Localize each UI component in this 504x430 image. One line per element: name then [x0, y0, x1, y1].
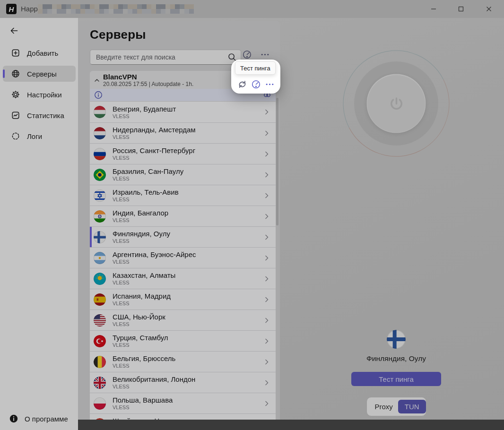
search-box[interactable] — [90, 50, 241, 65]
ping-gauge-icon — [242, 50, 252, 60]
server-flag-icon — [94, 231, 106, 243]
selected-indicator — [90, 352, 92, 372]
server-row[interactable]: Польша, Варшава VLESS — [90, 393, 276, 413]
server-flag-icon — [94, 293, 106, 306]
maximize-button[interactable] — [450, 0, 472, 18]
globe-icon — [11, 69, 20, 78]
sidebar-item-label: Серверы — [27, 70, 57, 78]
server-name: Аргентина, Буэнос-Айрес — [113, 250, 262, 258]
server-protocol: VLESS — [113, 363, 262, 369]
chevron-right-icon — [262, 358, 271, 366]
server-row[interactable]: Казахстан, Алматы VLESS — [90, 268, 276, 289]
server-row[interactable]: Швейцария, Цюрих VLESS — [90, 413, 276, 420]
selected-indicator — [90, 227, 92, 247]
more-options-popup-button[interactable] — [265, 79, 275, 89]
server-name: Казахстан, Алматы — [113, 271, 262, 279]
chevron-right-icon — [262, 129, 271, 138]
sidebar-item-settings[interactable]: Настройки — [3, 86, 76, 103]
chevron-right-icon — [262, 212, 271, 221]
server-flag-icon — [94, 314, 106, 327]
maximize-icon — [458, 6, 464, 12]
connect-area: Финляндия, Оулу Тест пинга Proxy TUN — [280, 18, 504, 420]
server-row[interactable]: Бразилия, Сан-Паулу VLESS — [90, 164, 276, 185]
server-list: Венгрия, Будапешт VLESS Нидерланды, Амст… — [90, 102, 276, 420]
mode-option-tun[interactable]: TUN — [398, 400, 426, 413]
back-arrow-icon — [9, 26, 19, 35]
minimize-icon — [431, 6, 436, 12]
search-input[interactable] — [95, 53, 227, 61]
ping-gauge-icon — [251, 79, 261, 89]
server-row[interactable]: Турция, Стамбул VLESS — [90, 330, 276, 351]
server-row[interactable]: Аргентина, Буэнос-Айрес VLESS — [90, 247, 276, 268]
sidebar-item-about[interactable]: О программе — [0, 410, 78, 427]
sidebar-item-add[interactable]: Добавить — [3, 45, 76, 61]
server-flag-icon — [94, 210, 106, 223]
power-rings — [288, 18, 504, 235]
server-name: Венгрия, Будапешт — [113, 105, 262, 113]
server-row[interactable]: Финляндия, Оулу VLESS — [90, 226, 276, 247]
sidebar: Добавить Серверы Настройки — [0, 18, 78, 430]
selected-indicator — [90, 289, 92, 310]
sidebar-item-logs[interactable]: Логи — [3, 128, 76, 144]
server-row[interactable]: США, Нью-Йорк VLESS — [90, 310, 276, 330]
power-button[interactable] — [367, 74, 426, 133]
dashed-circle-icon — [11, 131, 20, 141]
selected-indicator — [90, 248, 92, 268]
chevron-right-icon — [262, 233, 271, 241]
ping-test-tooltip: Тест пинга — [235, 61, 276, 75]
chevron-right-icon — [262, 150, 271, 158]
subscription-info-button[interactable] — [94, 91, 103, 99]
chart-icon — [11, 111, 20, 120]
sidebar-item-label: Добавить — [27, 49, 58, 57]
selected-indicator — [90, 372, 92, 393]
refresh-subscription-button[interactable] — [237, 79, 247, 89]
close-icon — [486, 6, 492, 12]
server-protocol: VLESS — [113, 238, 262, 244]
ping-test-button-header[interactable] — [242, 49, 252, 60]
server-protocol: VLESS — [113, 155, 262, 161]
sidebar-item-statistics[interactable]: Статистика — [3, 107, 76, 123]
chevron-up-icon[interactable] — [93, 76, 101, 85]
server-row[interactable]: Израиль, Тель-Авив VLESS — [90, 185, 276, 206]
server-flag-icon — [94, 377, 106, 389]
selected-indicator — [90, 206, 92, 226]
server-row[interactable]: Испания, Мадрид VLESS — [90, 289, 276, 310]
server-row[interactable]: Венгрия, Будапешт VLESS — [90, 102, 276, 122]
close-button[interactable] — [478, 0, 500, 18]
server-protocol: VLESS — [113, 113, 262, 120]
censored-subscription-text — [38, 4, 194, 14]
window-bottom-edge — [78, 420, 504, 430]
chevron-right-icon — [262, 171, 271, 179]
selected-indicator — [90, 123, 92, 143]
ping-test-button[interactable]: Тест пинга — [351, 372, 441, 386]
server-name: Бразилия, Сан-Паулу — [113, 167, 262, 175]
chevron-right-icon — [262, 337, 271, 345]
selected-indicator — [90, 144, 92, 164]
more-options-button-header[interactable] — [260, 49, 270, 60]
ping-test-popup-button[interactable] — [251, 79, 261, 89]
server-row[interactable]: Индия, Бангалор VLESS — [90, 206, 276, 226]
mode-option-proxy[interactable]: Proxy — [375, 403, 393, 411]
scrollbar-thumb[interactable] — [276, 98, 278, 225]
chevron-right-icon — [262, 275, 271, 283]
server-protocol: VLESS — [113, 217, 262, 224]
sidebar-item-servers[interactable]: Серверы — [3, 66, 76, 82]
selected-indicator — [90, 185, 92, 206]
more-dots-icon — [265, 79, 275, 89]
server-row[interactable]: Нидерланды, Амстердам VLESS — [90, 122, 276, 143]
active-indicator — [3, 69, 5, 78]
power-icon — [387, 94, 406, 113]
server-name: Нидерланды, Амстердам — [113, 126, 262, 134]
chevron-right-icon — [262, 316, 271, 325]
server-flag-icon — [94, 418, 106, 420]
back-button[interactable] — [7, 24, 22, 38]
server-row[interactable]: Великобритания, Лондон VLESS — [90, 372, 276, 393]
server-flag-icon — [94, 148, 106, 160]
app-title: Happ — [21, 5, 38, 13]
minimize-button[interactable] — [423, 0, 444, 18]
server-flag-icon — [94, 356, 106, 368]
selected-indicator — [90, 414, 92, 420]
server-row[interactable]: Бельгия, Брюссель VLESS — [90, 351, 276, 372]
server-row[interactable]: Россия, Санкт-Петербург VLESS — [90, 143, 276, 164]
selected-indicator — [90, 310, 92, 330]
